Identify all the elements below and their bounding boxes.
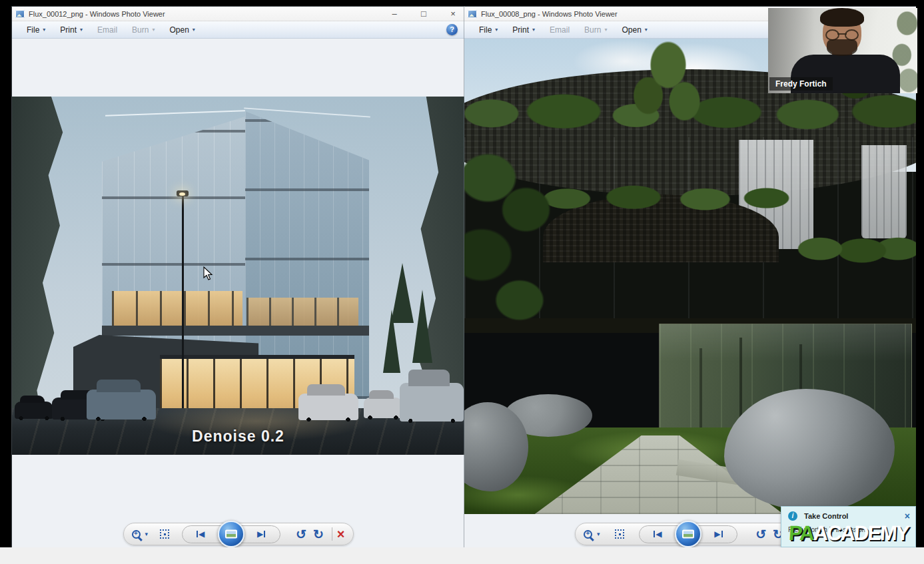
slideshow-icon [682, 530, 694, 539]
bottom-letterbox-strip [0, 547, 924, 564]
viewer-toolbar: ▾ ◀ ▶ ↺ ↻ × [123, 523, 354, 545]
magnifier-icon [132, 530, 141, 539]
photo-glass-building-on-cliff: Denoise 0.2 [12, 97, 464, 455]
window-title: Flux_00012_png - Windows Photo Viewer [29, 10, 165, 18]
slideshow-button[interactable] [675, 521, 701, 547]
menu-burn-label: Burn [132, 25, 149, 35]
menubar: File ▾ Print ▾ Email Burn ▾ Open ▾ [12, 21, 464, 39]
menu-burn-label: Burn [584, 25, 601, 35]
chevron-down-icon: ▾ [145, 531, 149, 537]
chevron-down-icon: ▾ [597, 531, 600, 537]
mouse-cursor [203, 266, 214, 281]
chevron-down-icon: ▾ [532, 27, 535, 33]
photo-viewer-app-icon [15, 10, 25, 18]
navigation-group: ◀ ▶ [639, 525, 737, 543]
boulder-right [724, 389, 895, 511]
chevron-down-icon: ▾ [495, 27, 498, 33]
lit-floor-windows [112, 291, 242, 326]
minimize-button[interactable]: – [388, 7, 400, 21]
help-icon[interactable]: ? [446, 24, 458, 35]
rotate-counterclockwise-button[interactable]: ↺ [755, 528, 766, 541]
menu-file-label: File [27, 25, 39, 35]
fit-to-window-icon[interactable] [615, 529, 624, 539]
menu-print[interactable]: Print ▾ [507, 23, 540, 37]
menu-burn: Burn ▾ [127, 23, 160, 37]
menu-email: Email [92, 23, 123, 37]
notification-title: Take Control [804, 512, 905, 520]
chevron-down-icon: ▾ [80, 27, 83, 33]
white-curtains [861, 145, 907, 238]
menu-open-label: Open [169, 25, 189, 35]
menu-email-label: Email [97, 25, 117, 35]
chevron-down-icon: ▾ [152, 27, 155, 33]
webcam-video-overlay[interactable]: Fredy Fortich [768, 8, 917, 93]
zoom-button[interactable]: ▾ [132, 530, 149, 539]
actual-size-icon[interactable] [160, 529, 169, 539]
photo-viewer-app-icon [468, 10, 477, 18]
parked-suv-silver [400, 383, 464, 422]
menu-open[interactable]: Open ▾ [616, 23, 652, 37]
left-foliage [464, 137, 583, 364]
previous-icon: ◀ [656, 529, 662, 539]
chevron-down-icon: ▾ [43, 27, 45, 33]
webcam-person-beard [827, 39, 857, 56]
menu-file[interactable]: File ▾ [21, 23, 51, 37]
parked-car-white [298, 394, 358, 420]
parked-car-white-small [364, 398, 402, 418]
photo-modern-house-garden [464, 39, 916, 514]
photo-caption: Denoise 0.2 [12, 427, 464, 445]
maximize-button[interactable]: □ [418, 7, 430, 21]
street-lamp-pole [182, 196, 184, 444]
titlebar[interactable]: Flux_00012_png - Windows Photo Viewer – … [12, 7, 464, 21]
parked-suv-blue [87, 390, 156, 420]
close-button[interactable]: × [447, 7, 459, 21]
balcony-slab [102, 326, 369, 336]
lit-floor-windows [246, 298, 358, 328]
slideshow-icon [225, 530, 237, 539]
chevron-down-icon: ▾ [193, 27, 195, 33]
toolbar-divider [332, 527, 332, 541]
chevron-down-icon: ▾ [645, 27, 648, 33]
webcam-name-label: Fredy Fortich [769, 77, 833, 91]
delete-button[interactable]: × [337, 527, 345, 541]
watermark-pa: PA [788, 521, 814, 545]
street-lamp-glow [179, 192, 185, 196]
close-icon[interactable]: × [905, 511, 910, 521]
rotate-clockwise-button[interactable]: ↻ [313, 528, 324, 541]
menu-file-label: File [479, 25, 492, 35]
menu-open-label: Open [622, 25, 641, 35]
menu-print-label: Print [60, 25, 77, 35]
photo-viewer-window-left: Flux_00012_png - Windows Photo Viewer – … [12, 7, 464, 547]
menu-email: Email [544, 23, 575, 37]
menu-print[interactable]: Print ▾ [55, 23, 88, 37]
tall-roof-tree [623, 39, 713, 146]
previous-icon: ◀ [199, 529, 205, 539]
slideshow-button[interactable] [218, 521, 244, 547]
glasses-bridge [837, 33, 847, 35]
magnifier-icon [584, 530, 592, 539]
info-icon: i [788, 511, 797, 521]
webcam-person-hair [820, 8, 864, 27]
menu-open[interactable]: Open ▾ [164, 23, 200, 37]
hedge [796, 229, 916, 265]
pa-academy-watermark: PAACADEMY [788, 521, 909, 545]
watermark-academy: ACADEMY [813, 521, 909, 545]
next-icon: ▶ [257, 529, 263, 539]
zoom-button[interactable]: ▾ [584, 530, 600, 539]
menu-file[interactable]: File ▾ [474, 23, 503, 37]
navigation-group: ◀ ▶ [182, 525, 280, 543]
menu-print-label: Print [512, 25, 529, 35]
parked-car-dark [15, 402, 53, 419]
viewer-toolbar: ▾ ◀ ▶ ↺ ↻ [575, 523, 805, 545]
window-title: Flux_00008_png - Windows Photo Viewer [481, 10, 618, 18]
next-icon: ▶ [714, 529, 720, 539]
chevron-down-icon: ▾ [604, 27, 607, 33]
menu-email-label: Email [550, 25, 570, 35]
rotate-counterclockwise-button[interactable]: ↺ [296, 528, 306, 541]
menu-burn: Burn ▾ [579, 23, 612, 37]
